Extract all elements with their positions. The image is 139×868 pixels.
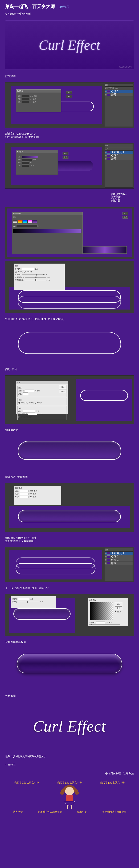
bend-slider[interactable] — [27, 601, 28, 603]
inside-radio[interactable] — [19, 402, 20, 404]
gradient-name-input[interactable] — [16, 224, 37, 227]
caption-2: 新建文件~1500px*1500PX 如图 新建路径圆形~参数如图 — [0, 129, 139, 141]
gradient-swatch[interactable] — [32, 220, 37, 223]
warp-style-select[interactable] — [18, 598, 29, 600]
stroke-width-input[interactable] — [25, 390, 34, 392]
vdist-slider[interactable] — [35, 279, 36, 281]
outside-radio[interactable] — [34, 402, 36, 404]
page-title: 菜鸟一起飞，百天变大师 — [5, 3, 55, 9]
caption-7: 新建路径~参数如图 — [0, 473, 139, 481]
height-input[interactable] — [20, 493, 29, 495]
warp-dialog: 变形 样式(S):弧度 水平(H)垂直(V) 弯曲(B):50% 水平扭曲(O)… — [14, 264, 65, 290]
stroke-dialog: 描边 描边 宽度(W):2像素 颜色: 位置 内部(I) 居中(C) 居外(U) — [16, 381, 68, 414]
caption-6: 加浮雕效果 — [0, 426, 139, 435]
layer-row[interactable]: 渐变填充 1 — [105, 552, 133, 555]
caption-5: 描边~内部 — [0, 365, 139, 374]
ok-button[interactable]: 确定 — [122, 212, 129, 215]
caption-14: 每周四次教程，欢迎关注 — [0, 769, 139, 778]
curl-effect-text: Curl Effect — [38, 37, 101, 53]
radius-input[interactable] — [20, 496, 29, 498]
gradient-strip[interactable] — [13, 229, 82, 233]
preview-checkbox[interactable] — [115, 611, 116, 612]
mode-select[interactable] — [23, 410, 35, 412]
cancel-button[interactable]: 取消 — [62, 156, 68, 159]
gradient-picker[interactable] — [22, 156, 38, 158]
ok-button[interactable]: 确定 — [115, 602, 122, 606]
stroke-color-swatch[interactable] — [23, 393, 28, 395]
scale-input[interactable] — [22, 164, 29, 167]
ps-screenshot-newpath: 创建矩形 宽度:1300像素 高度:300像素 半径:150像素 确定 取消 图… — [5, 82, 134, 128]
height-input[interactable] — [22, 98, 29, 100]
layers-panel: 图层 正常 不透明度: 100% 矩形 1 背景 — [105, 83, 133, 127]
horizontal-radio[interactable] — [15, 271, 17, 273]
center-radio[interactable] — [26, 402, 28, 404]
mascot-illustration — [59, 785, 80, 809]
layer-row[interactable]: 背景 — [105, 93, 133, 96]
caption-13: 打完收工 — [0, 761, 139, 769]
warp-style-select[interactable] — [22, 268, 34, 270]
caption-10: 背景图层高斯模糊 — [0, 638, 139, 647]
hdist-slider[interactable] — [35, 277, 36, 278]
gradient-editor-dialog: 渐变编辑器 预设 名称: 自定 — [12, 212, 83, 254]
radius-input[interactable] — [22, 101, 29, 103]
footer-cta: 就点个赞 觉得看的过去就点个赞 就点个赞 觉得看的过去就点个赞 — [5, 810, 134, 813]
layer-row[interactable]: 渐变填充 1 — [105, 151, 133, 154]
layers-panel: 图层 渐变填充 1 矩形 1 矩形 1 背景 — [105, 548, 133, 581]
opacity-input[interactable] — [28, 413, 37, 415]
ok-button[interactable]: 确定 — [66, 91, 72, 94]
gauss-dialog: 高斯模糊 确定 取消 预览(P) 半径(R):3.0 像素 — [88, 598, 129, 626]
ps-screenshot-warp-arc: 变形 样式(S):弧度 水平(H)垂直(V) 弯曲(B):50% 水平扭曲(O)… — [5, 261, 134, 313]
gradient-swatch[interactable] — [18, 220, 22, 223]
cancel-button[interactable]: 取消 — [115, 607, 122, 610]
angle-input[interactable] — [22, 161, 29, 164]
caption-4: 复制路径图层~渐变填充~变形~弧度~向上移动82点 — [0, 315, 139, 323]
layer-row[interactable]: 矩形 1 — [105, 90, 133, 93]
layer-row[interactable]: 背景 — [105, 562, 133, 565]
bend-slider[interactable] — [36, 274, 37, 276]
ps-screenshot-gradfill: 渐变填充 渐变: 样式:线性 角度:90 缩放:100% 确定 取消 图层 正常… — [5, 143, 134, 189]
cancel-button[interactable]: 取消 — [59, 390, 67, 393]
preview-emboss — [0, 440, 139, 473]
layer-row[interactable]: 矩形 1 — [105, 558, 133, 561]
caption-12: 最后一步~建立文字~变形~调整大小 — [0, 752, 139, 761]
watermark: 49DESIGN.COM — [119, 66, 132, 68]
duration-label: 今日教程制作时间约3分钟 — [0, 11, 139, 18]
caption-1: 效果如图 — [0, 72, 139, 81]
dialog-title: 渐变填充 — [16, 150, 58, 153]
style-select[interactable] — [22, 158, 32, 161]
preview-final-pill — [0, 653, 139, 692]
gradient-swatch[interactable] — [23, 220, 27, 223]
dialog-title: 创建矩形 — [16, 90, 61, 93]
ps-screenshot-clipmask: 图层 渐变填充 1 矩形 1 矩形 1 背景 — [5, 547, 134, 582]
layer-row[interactable]: 矩形 1 — [105, 555, 133, 558]
width-input[interactable] — [22, 95, 29, 97]
gradient-swatch[interactable] — [13, 220, 18, 223]
footer-cta: 觉得看的过去就点个赞 觉得看的过去就点个赞 觉得看的过去就点个赞 — [5, 781, 134, 784]
caption-11: 效果如图 — [0, 692, 139, 700]
ps-screenshot-gradeditor: 渐变编辑器 预设 名称: 自定 确定 取消 — [5, 207, 134, 259]
ps-screenshot-newpath2: 创建矩形 宽度:1300像素 高度:300像素 半径:150像素 — [5, 483, 134, 532]
cancel-button[interactable]: 取消 — [66, 95, 72, 98]
layer-row[interactable]: 背景 — [105, 157, 133, 160]
episode-label: 第7话 — [59, 5, 69, 9]
hero-preview: Curl Effect 49DESIGN.COM — [5, 21, 134, 69]
layers-panel: 图层 正常 渐变填充 1 矩形 1 背景 — [105, 144, 133, 187]
preview-final-text: Curl Effect — [5, 704, 134, 749]
vertical-radio[interactable] — [24, 271, 26, 273]
gauss-slider[interactable] — [91, 624, 92, 625]
ok-button[interactable]: 确定 — [62, 152, 68, 155]
ps-screenshot-warp-fan: 样式(S):扇形 弯曲(B):-8% 高斯模糊 确定 取消 预览(P) 半径(R… — [5, 594, 134, 636]
preserve-checkbox[interactable] — [19, 416, 20, 418]
ok-button[interactable]: 确定 — [59, 385, 67, 389]
layer-row[interactable]: 矩形 1 — [105, 154, 133, 157]
cancel-button[interactable]: 取消 — [122, 216, 129, 219]
caption-8: 调整新路径图层的渐变属性 之后把图层变为剪切蒙版 — [0, 534, 139, 546]
gradient-swatch[interactable] — [27, 220, 32, 223]
newpath-dialog: 创建矩形 宽度:1300像素 高度:300像素 半径:150像素 — [14, 486, 61, 505]
ps-screenshot-stroke: 描边 描边 宽度(W):2像素 颜色: 位置 内部(I) 居中(C) 居外(U) — [5, 375, 134, 424]
gauss-radius-input[interactable] — [96, 621, 105, 624]
preview-curl-outline — [0, 330, 139, 365]
gradient-preview — [83, 246, 127, 254]
width-input[interactable] — [20, 490, 29, 492]
gauss-preview — [90, 602, 113, 620]
